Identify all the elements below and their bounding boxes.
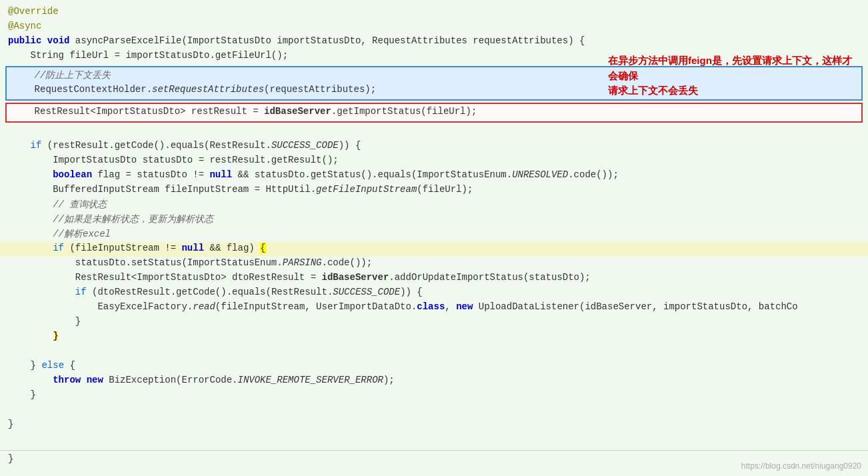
code-line-30: }	[0, 450, 868, 465]
code-line-29	[0, 433, 868, 447]
code-line-20: EasyExcelFactory.read(fileInputStream, U…	[0, 301, 868, 315]
code-line-26: }	[0, 389, 868, 403]
code-line-13: // 查询状态	[0, 198, 868, 213]
code-line-8	[0, 125, 868, 139]
code-line-10: ImportStatusDto statusDto = restResult.g…	[0, 154, 868, 169]
code-line-1: @Override	[0, 5, 868, 20]
code-line-2: @Async	[0, 20, 868, 35]
red-highlight-box: RestResult<ImportStatusDto> restResult =…	[5, 103, 863, 123]
code-line-15: //解析excel	[0, 227, 868, 242]
code-line-28: }	[0, 418, 868, 433]
code-line-23	[0, 345, 868, 359]
code-line-7: RestResult<ImportStatusDto> restResult =…	[12, 105, 856, 120]
code-line-22: }	[0, 330, 868, 345]
annotation-override: @Override	[8, 6, 59, 17]
annotation-line1: 在异步方法中调用feign是，先设置请求上下文，这样才会确保	[608, 55, 852, 81]
code-line-19: if (dtoRestResult.getCode().equals(RestR…	[0, 286, 868, 301]
code-line-21: }	[0, 315, 868, 330]
code-line-14: //如果是未解析状态，更新为解析状态	[0, 213, 868, 227]
code-line-11: boolean flag = statusDto != null && stat…	[0, 169, 868, 183]
annotation-line2: 请求上下文不会丢失	[608, 85, 698, 96]
code-line-18: RestResult<ImportStatusDto> dtoRestResul…	[0, 271, 868, 286]
annotation-async: @Async	[8, 21, 41, 31]
annotation-tooltip: 在异步方法中调用feign是，先设置请求上下文，这样才会确保 请求上下文不会丢失	[608, 53, 861, 99]
code-line-3: public void asyncParseExcelFile(ImportSt…	[0, 35, 868, 49]
code-line-24: } else {	[0, 359, 868, 374]
code-line-25: throw new BizException(ErrorCode.INVOKE_…	[0, 374, 868, 389]
code-container: @Override @Async public void asyncParseE…	[0, 0, 868, 476]
code-line-17: statusDto.setStatus(ImportStatusEnum.PAR…	[0, 257, 868, 271]
code-line-12: BufferedInputStream fileInputStream = Ht…	[0, 183, 868, 198]
code-line-27	[0, 403, 868, 418]
watermark: https://blog.csdn.net/niugang0920	[741, 461, 861, 471]
code-line-9: if (restResult.getCode().equals(RestResu…	[0, 139, 868, 154]
code-line-16: if (fileInputStream != null && flag) {	[0, 242, 868, 257]
